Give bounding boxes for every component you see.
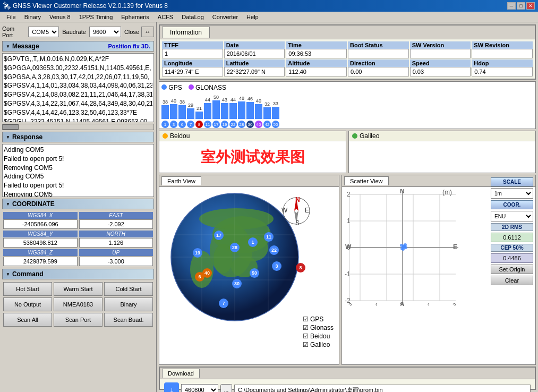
direction-value: 0.00 — [348, 67, 409, 76]
sat-bar-num: 38 — [163, 99, 168, 105]
info-grid: TTFF 1 Date 2016/06/01 Time 09:36:53 Boo… — [160, 39, 535, 79]
command-header: ▼ Command — [2, 269, 154, 279]
resp-line: Removing COM5 — [4, 190, 152, 197]
download-tab[interactable]: Download — [162, 369, 200, 378]
command-buttons: Hot Start Warm Start Cold Start No Outpu… — [2, 281, 154, 328]
cep-value: 0.4486 — [491, 253, 533, 263]
scale-button[interactable]: SCALE — [491, 177, 533, 186]
gps-checkbox[interactable]: ☑ — [303, 316, 309, 323]
sat-bar-col: 48 — [238, 96, 245, 119]
sat-num-badge: 42 — [263, 121, 271, 128]
sat-bar-col: 29 — [187, 103, 194, 119]
coor-button[interactable]: COOR. — [491, 200, 533, 209]
sat-dot-3: 3 — [272, 261, 281, 271]
warm-start-button[interactable]: Warm Start — [54, 282, 103, 296]
ttff-label: TTFF — [162, 41, 223, 49]
legend-glonass: ☑ Glonass — [303, 324, 334, 331]
sat-bar-col: 32 — [263, 101, 271, 119]
legend-gps: ☑ GPS — [303, 316, 334, 323]
galileo-checkbox[interactable]: ☑ — [303, 341, 309, 348]
svg-text:W: W — [345, 243, 352, 251]
up-cell: UP -3.000 — [79, 249, 153, 266]
resp-line: Failed to open port 5! — [4, 181, 152, 190]
info-tab[interactable]: Information — [162, 27, 210, 38]
download-icon[interactable]: ↓ — [164, 382, 179, 392]
cep-label: CEP 50% — [491, 244, 533, 252]
altitude-cell: Altitude 112.40 — [286, 59, 347, 76]
sat-dot-28: 28 — [230, 243, 240, 252]
wgs84z-label: WGS84_Z — [3, 249, 78, 256]
glonass-checkbox[interactable]: ☑ — [303, 324, 309, 331]
sat-bar-num: 46 — [247, 96, 253, 101]
sat-bar-num: 40 — [171, 98, 176, 104]
connect-button[interactable]: ↔ — [141, 27, 154, 37]
sat-bar-num: 38 — [180, 99, 185, 105]
menu-binary[interactable]: Binary — [20, 13, 45, 21]
altitude-value: 112.40 — [286, 67, 347, 76]
minimize-button[interactable]: ─ — [507, 2, 516, 10]
menu-ephemeris[interactable]: Ephemeris — [117, 13, 153, 21]
sat-dot-40: 40 — [202, 268, 212, 278]
svg-text:1: 1 — [427, 302, 431, 306]
scroll-thumb[interactable] — [3, 124, 19, 130]
sat-bar-num: 44 — [205, 97, 210, 103]
menu-acfs[interactable]: ACFS — [153, 13, 177, 21]
beidou-dot — [163, 133, 168, 139]
boot-status-label: Boot Status — [348, 41, 409, 49]
menu-converter[interactable]: Converter — [208, 13, 242, 21]
close-button[interactable]: ✕ — [526, 2, 535, 10]
clear-button[interactable]: Clear — [491, 276, 533, 285]
menu-venus8[interactable]: Venus 8 — [45, 13, 75, 21]
latitude-label: Latitude — [224, 59, 285, 67]
sat-bar-num: 21 — [197, 106, 202, 111]
comport-select[interactable]: COM5COM1COM2 — [28, 27, 59, 37]
message-scrollbar[interactable] — [2, 124, 154, 130]
scan-all-button[interactable]: Scan All — [3, 313, 52, 327]
maximize-button[interactable]: □ — [517, 2, 525, 10]
legend-beidou: ☑ Beidou — [303, 333, 334, 340]
earth-tab[interactable]: Earth View — [161, 176, 201, 185]
hdop-cell: Hdop 0.74 — [472, 59, 533, 76]
scatter-tab[interactable]: Scatter View — [344, 176, 389, 185]
sw-version-value — [410, 49, 471, 58]
galileo-header: Galileo — [349, 131, 535, 141]
response-box[interactable]: Adding COM5 Failed to open port 5! Remov… — [2, 144, 154, 197]
sat-dot-8: 8 — [296, 263, 305, 272]
scale-select[interactable]: 1m5m10m — [491, 188, 533, 199]
hot-start-button[interactable]: Hot Start — [3, 282, 52, 296]
sw-revision-cell: SW Revision — [472, 41, 533, 58]
north-label: NORTH — [79, 231, 153, 237]
hdop-value: 0.74 — [472, 67, 533, 76]
sat-bar — [246, 102, 254, 119]
baudrate-label: Baudrate — [62, 29, 86, 35]
beidou-checkbox[interactable]: ☑ — [303, 333, 309, 340]
menu-help[interactable]: Help — [242, 13, 263, 21]
set-origin-button[interactable]: Set Origin — [491, 265, 533, 274]
resp-line: Removing COM5 — [4, 164, 152, 173]
msg-line: $GPGSV,4,3,14,22,31,067,44,28,64,349,48,… — [4, 99, 152, 108]
scan-baud-button[interactable]: Scan Buad. — [104, 313, 153, 327]
sat-bar-col: 38 — [178, 99, 186, 119]
menu-file[interactable]: File — [2, 13, 20, 21]
legend-galileo: ☑ Galileo — [303, 341, 334, 348]
menu-1pps[interactable]: 1PPS Timing — [75, 13, 117, 21]
coordinate-header: ▼ COORDINATE — [2, 199, 154, 209]
svg-text:S: S — [400, 301, 404, 306]
download-baud-select[interactable]: 4608001152009600 — [181, 384, 218, 392]
no-output-button[interactable]: No Output — [3, 297, 52, 311]
msg-line: $GPVTG,,T,,M,0.016,N,0.029,K,A*2F — [4, 55, 152, 64]
sat-bar — [170, 104, 177, 119]
sat-bar-col: 33 — [272, 101, 279, 119]
sat-num-badge: 22 — [229, 121, 237, 128]
message-box[interactable]: $GPVTG,,T,,M,0.016,N,0.029,K,A*2F $GPGGA… — [2, 53, 154, 122]
binary-button[interactable]: Binary — [104, 297, 153, 311]
cold-start-button[interactable]: Cold Start — [104, 282, 153, 296]
baudrate-select[interactable]: 9600480019200115200 — [89, 27, 121, 37]
scan-port-button[interactable]: Scan Port — [54, 313, 103, 327]
browse-button[interactable]: ... — [220, 384, 232, 392]
satellite-legend: GPS GLONASS — [161, 84, 533, 91]
menu-datalog[interactable]: DataLog — [177, 13, 208, 21]
scatter-panel: Scatter View — [341, 175, 536, 365]
nmea0183-button[interactable]: NMEA0183 — [54, 297, 103, 311]
coor-select[interactable]: ENUWGS84 — [491, 211, 533, 221]
